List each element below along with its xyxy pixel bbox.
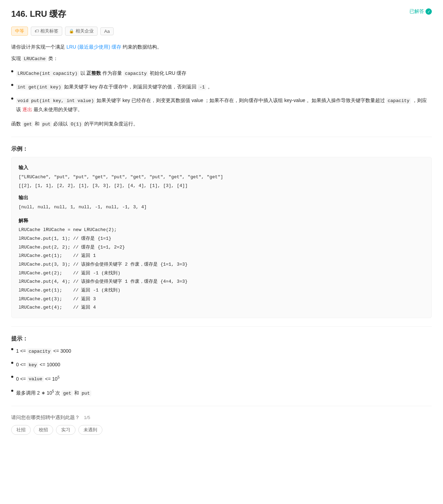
o1-inline: O(1) xyxy=(69,121,83,127)
explain-lines: LRUCache lRUCache = new LRUCache(2); lRU… xyxy=(19,226,424,312)
bullet-dot-3 xyxy=(11,98,13,100)
put-hint: put xyxy=(80,390,91,396)
bullet-dot-1 xyxy=(11,70,13,72)
hint-dot-2 xyxy=(11,362,13,364)
output-line: [null, null, null, 1, null, -1, null, -1… xyxy=(19,203,424,212)
survey-tag-social[interactable]: 社招 xyxy=(11,425,31,435)
description-section: 请你设计并实现一个满足 LRU (最近最少使用) 缓存 约束的数据结构。 实现 … xyxy=(11,43,432,63)
related-companies-label: 相关企业 xyxy=(76,28,94,34)
method-item-get: int get(int key) 如果关键字 key 存在于缓存中，则返回关键字… xyxy=(11,82,432,91)
survey-tag-not-encountered[interactable]: 未遇到 xyxy=(78,425,102,435)
font-label: Aa xyxy=(104,29,110,34)
hint-dot-3 xyxy=(11,376,13,378)
input-line-2: [[2], [1, 1], [2, 2], [1], [3, 3], [2], … xyxy=(19,182,424,190)
solved-badge: 已解答 ✓ xyxy=(409,8,432,15)
get-hint: get xyxy=(62,390,72,396)
example-block: 输入 ["LRUCache", "put", "put", "get", "pu… xyxy=(11,157,432,318)
get-code: int get(int key) xyxy=(16,84,63,90)
survey-tag-campus[interactable]: 校招 xyxy=(34,425,53,435)
evict-text: 逐出 xyxy=(22,107,32,112)
impl-line: 实现 LRUCache 类： xyxy=(11,54,432,63)
key-hint: key xyxy=(27,362,38,368)
hint-dot-1 xyxy=(11,348,13,350)
intro-paragraph: 请你设计并实现一个满足 LRU (最近最少使用) 缓存 约束的数据结构。 xyxy=(11,43,432,51)
put-code: void put(int key, int value) xyxy=(16,98,95,104)
bold-integer: 正整数 xyxy=(86,70,101,76)
survey-section: 请问您在哪类招聘中遇到此题？ 1/5 社招 校招 实习 未遇到 xyxy=(11,415,432,435)
hint-item-4: 最多调用 2 ∗ 105 次 get 和 put xyxy=(11,388,432,397)
divider-1 xyxy=(11,137,432,137)
divider-2 xyxy=(11,326,432,327)
bullet-dot-2 xyxy=(11,84,13,86)
intro-text: 请你设计并实现一个满足 xyxy=(11,44,66,50)
tags-row: 中等 🏷 相关标签 🔒 相关企业 Aa xyxy=(11,27,432,36)
input-line-1: ["LRUCache", "put", "put", "get", "put",… xyxy=(19,173,424,182)
capacity-hint: capacity xyxy=(27,348,52,354)
hint-item-3: 0 <= value <= 105 xyxy=(11,374,432,383)
complexity-line: 函数 get 和 put 必须以 O(1) 的平均时间复杂度运行。 xyxy=(11,120,432,128)
solved-label: 已解答 xyxy=(409,8,424,15)
related-tags-button[interactable]: 🏷 相关标签 xyxy=(31,27,62,36)
hints-section: 提示： 1 <= capacity <= 3000 0 <= key <= 10… xyxy=(11,335,432,397)
superscript-5: 5 xyxy=(58,375,60,379)
input-label: 输入 xyxy=(19,163,424,172)
lock-icon: 🔒 xyxy=(69,29,74,34)
get-text: int get(int key) 如果关键字 key 存在于缓存中，则返回关键字… xyxy=(16,82,213,91)
related-companies-button[interactable]: 🔒 相关企业 xyxy=(65,27,98,36)
lru-link[interactable]: LRU (最近最少使用) 缓存 xyxy=(66,44,121,50)
superscript-5b: 5 xyxy=(52,389,54,393)
hint-text-3: 0 <= value <= 105 xyxy=(16,374,59,383)
minus1-code: -1 xyxy=(198,84,206,90)
capacity-inline: capacity xyxy=(386,98,411,104)
put-text: void put(int key, int value) 如果关键字 key 已… xyxy=(16,96,432,114)
page-title: 146. LRU 缓存 xyxy=(11,8,66,20)
hint-text-4: 最多调用 2 ∗ 105 次 get 和 put xyxy=(16,388,91,397)
capacity-code: capacity xyxy=(123,71,148,77)
method-item-put: void put(int key, int value) 如果关键字 key 已… xyxy=(11,96,432,114)
tag-icon: 🏷 xyxy=(35,29,39,34)
explain-label: 解释 xyxy=(19,216,424,225)
hint-dot-4 xyxy=(11,390,13,392)
divider-3 xyxy=(11,406,432,406)
difficulty-tag[interactable]: 中等 xyxy=(11,27,28,36)
font-button[interactable]: Aa xyxy=(100,27,114,35)
constructor-code: LRUCache(int capacity) xyxy=(16,71,79,77)
put-inline: put xyxy=(41,121,52,127)
hint-list: 1 <= capacity <= 3000 0 <= key <= 10000 … xyxy=(11,347,432,397)
survey-progress: 1/5 xyxy=(84,415,90,420)
survey-tag-intern[interactable]: 实习 xyxy=(56,425,76,435)
survey-question: 请问您在哪类招聘中遇到此题？ xyxy=(11,415,80,421)
value-hint: value xyxy=(27,376,44,382)
hint-item-1: 1 <= capacity <= 3000 xyxy=(11,347,432,355)
method-item-constructor: LRUCache(int capacity) 以 正整数 作为容量 capaci… xyxy=(11,69,432,78)
check-icon: ✓ xyxy=(426,8,432,15)
survey-tags-container: 社招 校招 实习 未遇到 xyxy=(11,425,432,435)
hints-title: 提示： xyxy=(11,335,432,343)
output-label: 输出 xyxy=(19,193,424,202)
get-inline: get xyxy=(22,121,33,127)
hint-text-2: 0 <= key <= 10000 xyxy=(16,360,60,369)
survey-title-row: 请问您在哪类招聘中遇到此题？ 1/5 xyxy=(11,415,432,421)
hint-text-1: 1 <= capacity <= 3000 xyxy=(16,347,71,355)
related-tags-label: 相关标签 xyxy=(40,28,58,34)
method-list: LRUCache(int capacity) 以 正整数 作为容量 capaci… xyxy=(11,69,432,114)
hint-item-2: 0 <= key <= 10000 xyxy=(11,360,432,369)
class-name-inline: LRUCache xyxy=(22,56,47,62)
intro-end: 约束的数据结构。 xyxy=(121,44,162,50)
constructor-text: LRUCache(int capacity) 以 正整数 作为容量 capaci… xyxy=(16,69,186,78)
example-section-title: 示例： xyxy=(11,145,432,153)
page-header: 146. LRU 缓存 已解答 ✓ xyxy=(11,8,432,20)
